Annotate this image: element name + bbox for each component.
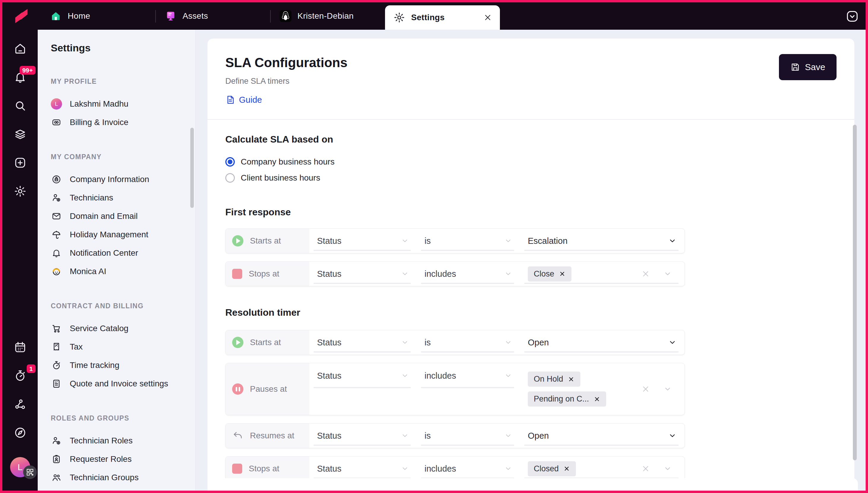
clear-all-icon[interactable] [641,385,650,393]
chevron-down-icon[interactable] [401,270,409,278]
chevron-down-icon[interactable] [668,431,677,440]
sidebar-item-domain-and-email[interactable]: Domain and Email [51,207,195,226]
sidebar-item-service-catalog[interactable]: Service Catalog [51,319,195,338]
chevron-down-icon[interactable] [401,237,409,245]
chevron-down-icon[interactable] [401,465,409,473]
sidebar-item-company-information[interactable]: Company Information [51,170,195,189]
sidebar-item-technician-roles[interactable]: Technician Roles [51,431,195,450]
field-select[interactable]: Status [309,262,417,286]
sidebar-item-notification-center[interactable]: Notification Center [51,244,195,262]
field-select[interactable]: Status [309,424,417,448]
chevron-down-icon[interactable] [504,270,512,278]
operator-select-value: includes [424,464,456,474]
chevron-down-icon[interactable] [504,237,512,245]
rail-timer-button[interactable]: 1 [13,368,27,383]
field-select[interactable]: Status [309,229,417,253]
radio-selected[interactable] [225,157,235,167]
user-avatar[interactable]: L [10,457,30,477]
chip-label: Closed [534,464,559,473]
operator-select[interactable]: includes [417,456,520,481]
clear-all-icon[interactable] [641,464,650,473]
app-logo[interactable] [2,2,40,30]
chevron-down-icon[interactable] [663,270,672,278]
value-select[interactable]: Open [520,330,685,355]
rail-search-button[interactable] [13,99,27,113]
radio-unselected[interactable] [225,173,235,183]
chevron-down-icon[interactable] [663,385,672,393]
calc-sla-options: Company business hoursClient business ho… [225,154,837,186]
guide-link[interactable]: Guide [225,95,262,105]
settings-sidebar: Settings MY PROFILELLakshmi MadhuBilling… [38,30,196,491]
sidebar-item-billing-invoice[interactable]: Billing & Invoice [51,113,195,132]
chevron-down-icon[interactable] [401,338,409,347]
value-select[interactable]: Escalation [520,229,685,253]
operator-select-value: includes [424,367,456,384]
chevron-down-icon[interactable] [401,431,409,440]
tab-close-icon[interactable] [483,13,492,22]
rail-settings-button[interactable] [13,184,27,198]
field-select[interactable]: Status [309,330,417,355]
umbrella-icon [51,229,62,240]
rail-create-button[interactable] [13,156,27,170]
rail-home-button[interactable] [13,42,27,56]
rail-explore-button[interactable] [13,426,27,440]
chevron-down-icon[interactable] [504,371,512,380]
calc-sla-heading: Calculate SLA based on [225,134,837,145]
chevron-down-icon[interactable] [668,338,677,347]
chevron-down-icon[interactable] [668,236,677,245]
field-select-value: Status [317,464,341,474]
main-scrollbar[interactable] [853,125,857,460]
radio-option-company-business-hours[interactable]: Company business hours [225,154,837,170]
value-select[interactable]: Open [520,424,685,448]
sidebar-item-monica-ai[interactable]: Monica AI [51,262,195,281]
operator-select[interactable]: includes [417,262,520,286]
sidebar-item-technician-groups[interactable]: Technician Groups [51,468,195,487]
rail-integrations-button[interactable] [13,397,27,411]
chip-remove-icon[interactable] [559,271,565,277]
operator-select[interactable]: is [417,229,520,253]
chip-remove-icon[interactable] [594,396,600,402]
operator-select[interactable]: is [417,424,520,448]
chevron-down-icon[interactable] [504,465,512,473]
tab-home[interactable]: Home [40,2,155,30]
qr-code-badge-icon[interactable] [23,465,37,479]
value-select[interactable]: Closed [520,456,685,481]
rail-notifications-button[interactable]: 99+ [13,70,27,84]
field-select[interactable]: Status [309,456,417,481]
sidebar-item-tax[interactable]: Tax [51,338,195,356]
sidebar-item-time-tracking[interactable]: Time tracking [51,356,195,374]
clear-all-icon[interactable] [641,270,650,278]
field-select-value: Status [317,367,341,384]
chevron-down-icon[interactable] [401,371,409,380]
window-menu-icon[interactable] [845,9,859,23]
field-select[interactable]: Status [309,363,417,415]
radio-option-client-business-hours[interactable]: Client business hours [225,170,837,186]
operator-select[interactable]: is [417,330,520,355]
quote-doc-icon [51,378,62,389]
tab-assets[interactable]: Assets [155,2,270,30]
operator-select-value: includes [424,269,456,279]
rail-modules-button[interactable] [13,127,27,142]
sidebar-item-quote-and-invoice-settings[interactable]: Quote and Invoice settings [51,374,195,393]
tab-kristen-debian[interactable]: Kristen-Debian [270,2,385,30]
sidebar-scrollbar[interactable] [190,128,194,208]
chevron-down-icon[interactable] [504,431,512,440]
chip-remove-icon[interactable] [563,465,570,472]
save-button[interactable]: Save [779,54,837,80]
chevron-down-icon[interactable] [504,338,512,347]
chip-remove-icon[interactable] [568,376,574,383]
sla-row-label-cell: Resumes at [226,424,309,448]
sidebar-item-requester-roles[interactable]: Requester Roles [51,450,195,468]
value-select[interactable]: On HoldPending on C... [520,363,685,415]
operator-select[interactable]: includes [417,363,520,415]
chevron-down-icon[interactable] [663,464,672,473]
sidebar-item-lakshmi-madhu[interactable]: LLakshmi Madhu [51,95,195,113]
sla-row-label-cell: Stops at [226,262,309,286]
sidebar-item-technicians[interactable]: Technicians [51,189,195,207]
monica-icon [51,266,62,277]
tab-settings[interactable]: Settings [385,5,500,30]
sidebar-item-holiday-management[interactable]: Holiday Management [51,226,195,244]
rail-calendar-button[interactable] [13,340,27,354]
value-select[interactable]: Close [520,262,685,286]
rail-timer-icon [14,369,27,382]
